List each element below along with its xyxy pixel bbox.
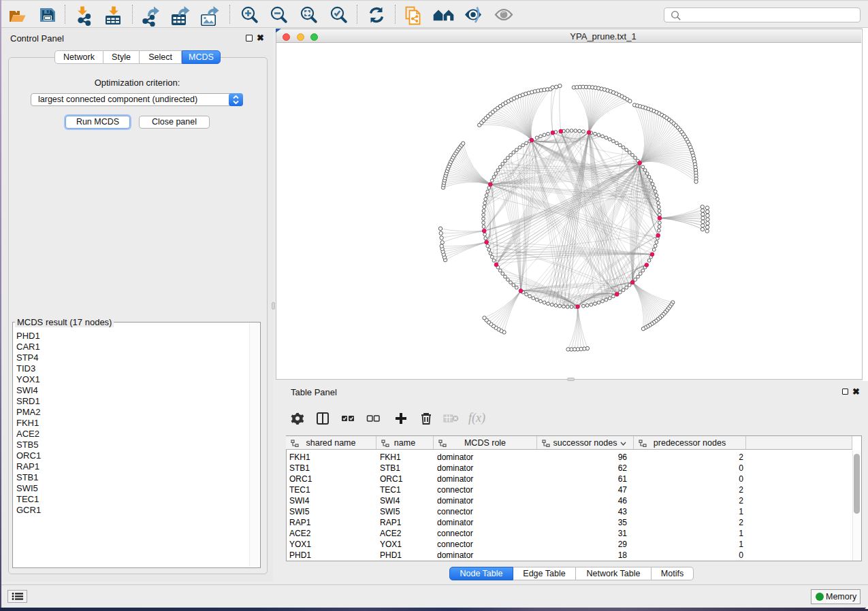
svg-text:f(x): f(x) <box>468 411 485 425</box>
